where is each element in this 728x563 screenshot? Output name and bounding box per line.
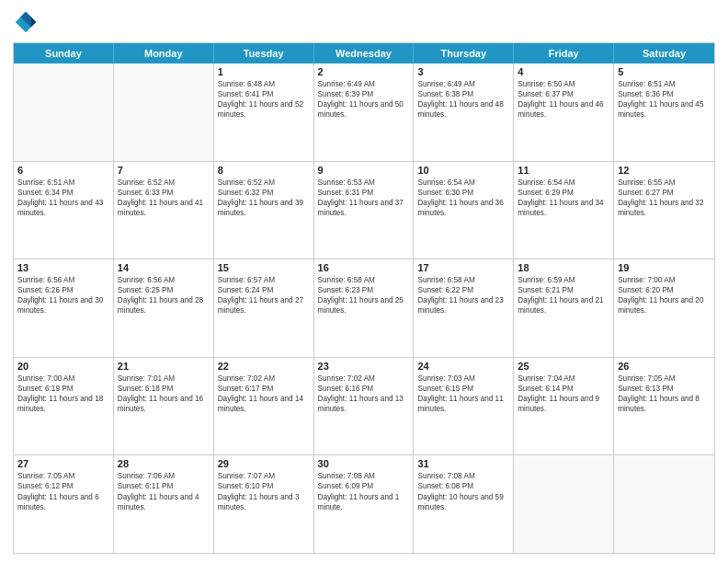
daylight-text: Daylight: 11 hours and 50 minutes. bbox=[318, 99, 410, 120]
cal-cell-r2c6: 19Sunrise: 7:00 AMSunset: 6:20 PMDayligh… bbox=[614, 259, 714, 357]
header-day-wednesday: Wednesday bbox=[314, 43, 415, 63]
sunrise-text: Sunrise: 7:05 AM bbox=[618, 373, 711, 384]
header-day-tuesday: Tuesday bbox=[214, 43, 314, 63]
header-day-monday: Monday bbox=[114, 43, 214, 63]
sunrise-text: Sunrise: 6:49 AM bbox=[318, 79, 410, 89]
day-number: 9 bbox=[318, 165, 410, 176]
cal-cell-r0c5: 4Sunrise: 6:50 AMSunset: 6:37 PMDaylight… bbox=[514, 63, 614, 161]
day-number: 30 bbox=[318, 458, 410, 469]
daylight-text: Daylight: 11 hours and 43 minutes. bbox=[17, 198, 109, 218]
sunrise-text: Sunrise: 7:00 AM bbox=[17, 373, 109, 384]
header-day-saturday: Saturday bbox=[614, 43, 714, 63]
sunset-text: Sunset: 6:30 PM bbox=[417, 188, 509, 198]
daylight-text: Daylight: 11 hours and 45 minutes. bbox=[618, 99, 711, 120]
day-number: 31 bbox=[417, 458, 509, 469]
daylight-text: Daylight: 11 hours and 39 minutes. bbox=[218, 198, 310, 218]
daylight-text: Daylight: 11 hours and 28 minutes. bbox=[118, 295, 210, 316]
day-number: 23 bbox=[318, 361, 410, 372]
sunrise-text: Sunrise: 6:52 AM bbox=[118, 178, 210, 188]
cal-cell-r4c6 bbox=[614, 455, 714, 553]
daylight-text: Daylight: 11 hours and 27 minutes. bbox=[218, 295, 310, 316]
day-number: 7 bbox=[118, 165, 210, 176]
cal-cell-r4c1: 28Sunrise: 7:06 AMSunset: 6:11 PMDayligh… bbox=[114, 455, 214, 553]
daylight-text: Daylight: 11 hours and 32 minutes. bbox=[618, 198, 711, 218]
day-number: 2 bbox=[318, 66, 410, 77]
sunrise-text: Sunrise: 7:05 AM bbox=[17, 471, 109, 481]
day-number: 24 bbox=[417, 361, 509, 372]
daylight-text: Daylight: 11 hours and 8 minutes. bbox=[618, 394, 711, 414]
cal-cell-r0c1 bbox=[114, 63, 214, 161]
cal-cell-r2c0: 13Sunrise: 6:56 AMSunset: 6:26 PMDayligh… bbox=[14, 259, 114, 357]
calendar-row-2: 13Sunrise: 6:56 AMSunset: 6:26 PMDayligh… bbox=[14, 259, 714, 357]
sunset-text: Sunset: 6:09 PM bbox=[318, 481, 410, 491]
daylight-text: Daylight: 11 hours and 34 minutes. bbox=[518, 198, 609, 218]
day-number: 19 bbox=[618, 262, 711, 273]
daylight-text: Daylight: 11 hours and 37 minutes. bbox=[318, 198, 410, 218]
day-number: 1 bbox=[218, 66, 310, 77]
sunset-text: Sunset: 6:41 PM bbox=[218, 89, 310, 99]
sunset-text: Sunset: 6:29 PM bbox=[518, 188, 609, 198]
sunset-text: Sunset: 6:15 PM bbox=[417, 384, 509, 394]
calendar-row-1: 6Sunrise: 6:51 AMSunset: 6:34 PMDaylight… bbox=[14, 161, 714, 259]
sunset-text: Sunset: 6:11 PM bbox=[118, 481, 210, 491]
sunset-text: Sunset: 6:32 PM bbox=[218, 188, 310, 198]
sunrise-text: Sunrise: 7:06 AM bbox=[118, 471, 210, 481]
logo-icon bbox=[13, 9, 39, 35]
day-number: 4 bbox=[518, 66, 609, 77]
cal-cell-r2c3: 16Sunrise: 6:58 AMSunset: 6:23 PMDayligh… bbox=[314, 259, 415, 357]
sunset-text: Sunset: 6:37 PM bbox=[518, 89, 609, 99]
sunrise-text: Sunrise: 6:59 AM bbox=[518, 275, 609, 285]
day-number: 18 bbox=[518, 262, 609, 273]
cal-cell-r2c5: 18Sunrise: 6:59 AMSunset: 6:21 PMDayligh… bbox=[514, 259, 614, 357]
cal-cell-r3c1: 21Sunrise: 7:01 AMSunset: 6:18 PMDayligh… bbox=[114, 358, 214, 455]
header-day-friday: Friday bbox=[514, 43, 614, 63]
cal-cell-r3c3: 23Sunrise: 7:02 AMSunset: 6:16 PMDayligh… bbox=[314, 358, 415, 455]
header bbox=[13, 9, 715, 35]
sunset-text: Sunset: 6:17 PM bbox=[218, 384, 310, 394]
cal-cell-r1c6: 12Sunrise: 6:55 AMSunset: 6:27 PMDayligh… bbox=[614, 162, 714, 259]
sunset-text: Sunset: 6:20 PM bbox=[618, 285, 711, 295]
sunset-text: Sunset: 6:39 PM bbox=[318, 89, 410, 99]
sunrise-text: Sunrise: 6:48 AM bbox=[218, 79, 310, 89]
day-number: 11 bbox=[518, 165, 609, 176]
logo bbox=[13, 9, 42, 35]
day-number: 29 bbox=[218, 458, 310, 469]
day-number: 22 bbox=[218, 361, 310, 372]
sunrise-text: Sunrise: 7:02 AM bbox=[318, 373, 410, 384]
sunrise-text: Sunrise: 6:57 AM bbox=[218, 275, 310, 285]
cal-cell-r0c0 bbox=[14, 63, 114, 161]
sunset-text: Sunset: 6:36 PM bbox=[618, 89, 711, 99]
daylight-text: Daylight: 11 hours and 21 minutes. bbox=[518, 295, 609, 316]
sunrise-text: Sunrise: 7:08 AM bbox=[417, 471, 509, 481]
daylight-text: Daylight: 11 hours and 52 minutes. bbox=[218, 99, 310, 120]
cal-cell-r3c6: 26Sunrise: 7:05 AMSunset: 6:13 PMDayligh… bbox=[614, 358, 714, 455]
daylight-text: Daylight: 11 hours and 6 minutes. bbox=[17, 492, 109, 512]
day-number: 15 bbox=[218, 262, 310, 273]
sunrise-text: Sunrise: 6:54 AM bbox=[518, 178, 609, 188]
cal-cell-r4c3: 30Sunrise: 7:08 AMSunset: 6:09 PMDayligh… bbox=[314, 455, 415, 553]
sunrise-text: Sunrise: 7:00 AM bbox=[618, 275, 711, 285]
day-number: 10 bbox=[417, 165, 509, 176]
cal-cell-r0c2: 1Sunrise: 6:48 AMSunset: 6:41 PMDaylight… bbox=[214, 63, 314, 161]
cal-cell-r0c4: 3Sunrise: 6:49 AMSunset: 6:38 PMDaylight… bbox=[414, 63, 514, 161]
daylight-text: Daylight: 11 hours and 41 minutes. bbox=[118, 198, 210, 218]
sunrise-text: Sunrise: 7:02 AM bbox=[218, 373, 310, 384]
sunset-text: Sunset: 6:12 PM bbox=[17, 481, 109, 491]
sunset-text: Sunset: 6:16 PM bbox=[318, 384, 410, 394]
day-number: 13 bbox=[17, 262, 109, 273]
calendar: SundayMondayTuesdayWednesdayThursdayFrid… bbox=[13, 42, 715, 554]
day-number: 27 bbox=[17, 458, 109, 469]
cal-cell-r1c1: 7Sunrise: 6:52 AMSunset: 6:33 PMDaylight… bbox=[114, 162, 214, 259]
calendar-row-0: 1Sunrise: 6:48 AMSunset: 6:41 PMDaylight… bbox=[14, 63, 714, 161]
daylight-text: Daylight: 11 hours and 46 minutes. bbox=[518, 99, 609, 120]
daylight-text: Daylight: 11 hours and 30 minutes. bbox=[17, 295, 109, 316]
sunset-text: Sunset: 6:08 PM bbox=[417, 481, 509, 491]
calendar-header: SundayMondayTuesdayWednesdayThursdayFrid… bbox=[14, 43, 714, 63]
day-number: 21 bbox=[118, 361, 210, 372]
cal-cell-r2c2: 15Sunrise: 6:57 AMSunset: 6:24 PMDayligh… bbox=[214, 259, 314, 357]
cal-cell-r3c5: 25Sunrise: 7:04 AMSunset: 6:14 PMDayligh… bbox=[514, 358, 614, 455]
daylight-text: Daylight: 11 hours and 25 minutes. bbox=[318, 295, 410, 316]
sunset-text: Sunset: 6:18 PM bbox=[118, 384, 210, 394]
sunrise-text: Sunrise: 7:04 AM bbox=[518, 373, 609, 384]
day-number: 17 bbox=[417, 262, 509, 273]
